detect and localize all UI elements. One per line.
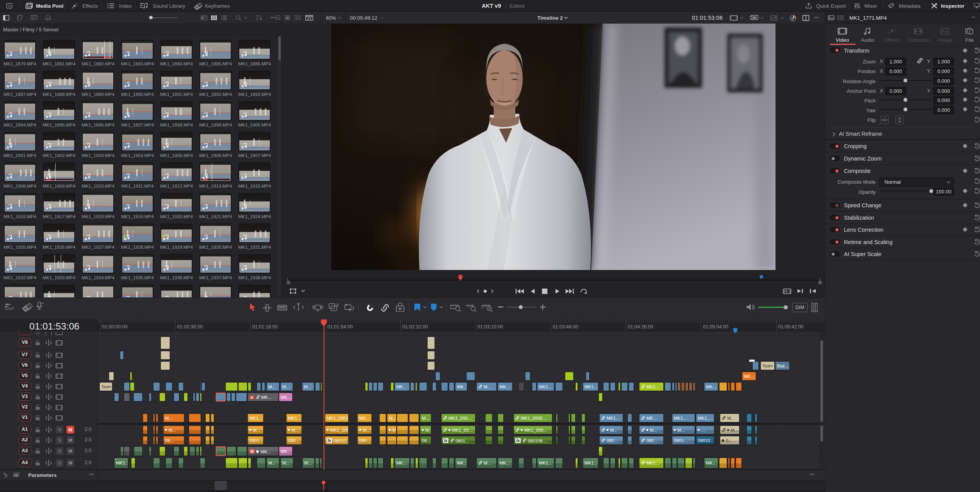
svg-text:HQ: HQ <box>753 17 757 19</box>
